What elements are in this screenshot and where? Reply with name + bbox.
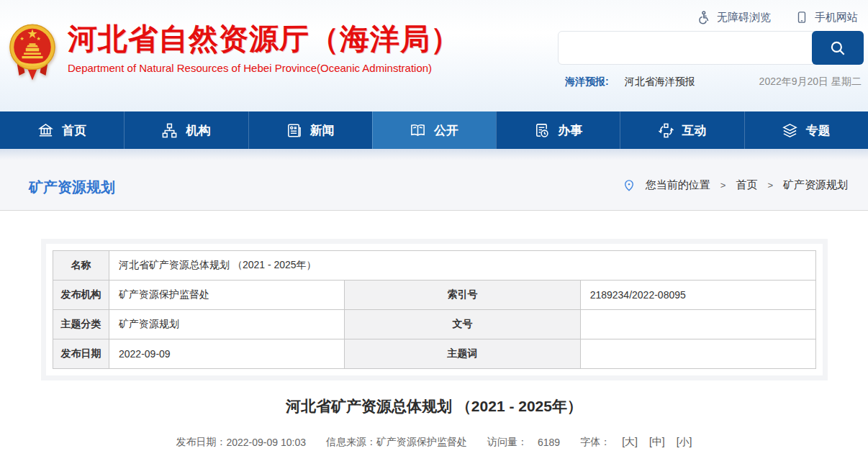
header-shadow-strip [0, 149, 868, 160]
article-meta: 发布日期： 2022-09-09 10:03 信息来源： 矿产资源保护监督处 访… [0, 436, 868, 449]
breadcrumb-current: 矿产资源规划 [783, 178, 848, 192]
nav-label: 专题 [806, 122, 831, 139]
forecast-label: 海洋预报: [565, 76, 609, 88]
docno-value-cell [580, 310, 815, 339]
nav-item-home[interactable]: 首页 [0, 111, 124, 149]
name-value-cell: 河北省矿产资源总体规划 （2021 - 2025年） [109, 251, 816, 281]
meta-pubdate-label: 发布日期： [176, 436, 226, 449]
accessibility-link[interactable]: 无障碍浏览 [696, 10, 771, 24]
name-label-cell: 名称 [53, 251, 109, 281]
page-title: 矿产资源规划 [29, 178, 115, 197]
breadcrumb-separator: > [767, 180, 773, 191]
breadcrumb: 您当前的位置 > 首页 > 矿产资源规划 [623, 160, 848, 210]
brand-text: 河北省自然资源厅（海洋局） Department of Natural Reso… [68, 22, 461, 74]
category-value-cell: 矿产资源规划 [109, 310, 345, 339]
nav-label: 机构 [186, 122, 210, 139]
pubdate-label-cell: 发布日期 [53, 339, 109, 369]
topbar-links: 无障碍浏览 手机网站 [696, 10, 858, 24]
main-nav: 首页 机构 新闻 公开 [0, 111, 868, 149]
newspaper-icon [286, 122, 302, 139]
keywords-value-cell [580, 339, 815, 369]
site-title: 河北省自然资源厅（海洋局） [68, 22, 461, 56]
breadcrumb-separator: > [720, 180, 726, 191]
nav-item-orgs[interactable]: 机构 [124, 111, 248, 149]
accessibility-label: 无障碍浏览 [717, 11, 771, 24]
open-book-icon [410, 122, 426, 139]
font-size-label: 字体： [580, 436, 610, 449]
table-row-publisher-index: 发布机构 矿产资源保护监督处 索引号 2189234/2022-08095 [53, 281, 816, 310]
search-icon [828, 39, 847, 58]
meta-visits-value: 6189 [538, 437, 560, 448]
docno-label-cell: 文号 [345, 310, 580, 339]
layers-icon [782, 122, 798, 139]
site-header: 无障碍浏览 手机网站 [0, 0, 868, 111]
meta-source-label: 信息来源： [326, 436, 376, 449]
font-size-large-button[interactable]: [大] [622, 436, 638, 449]
publisher-value-cell: 矿产资源保护监督处 [109, 281, 345, 310]
table-row-name: 名称 河北省矿产资源总体规划 （2021 - 2025年） [53, 251, 816, 281]
national-emblem-logo [9, 23, 56, 83]
publisher-label-cell: 发布机构 [53, 281, 109, 310]
index-label-cell: 索引号 [345, 281, 580, 310]
meta-visits: 访问量： 6189 [487, 436, 560, 449]
breadcrumb-location-label: 您当前的位置 [646, 178, 710, 192]
category-label-cell: 主题分类 [53, 310, 109, 339]
document-info-card: 名称 河北省矿产资源总体规划 （2021 - 2025年） 发布机构 矿产资源保… [41, 239, 828, 380]
mobile-site-label: 手机网站 [815, 11, 858, 24]
site-subtitle: Department of Natural Resources of Hebei… [68, 62, 461, 74]
accessibility-icon [696, 10, 710, 24]
font-size-controls: 字体： [大] [中] [小] [580, 436, 692, 449]
breadcrumb-home-link[interactable]: 首页 [736, 178, 757, 192]
nav-item-disclosure[interactable]: 公开 [372, 111, 496, 149]
breadcrumb-band: 矿产资源规划 您当前的位置 > 首页 > 矿产资源规划 [0, 160, 868, 211]
document-clock-icon [533, 122, 550, 139]
nav-label: 新闻 [310, 122, 335, 139]
font-size-small-button[interactable]: [小] [677, 436, 692, 449]
meta-source: 信息来源： 矿产资源保护监督处 [326, 436, 467, 449]
document-info-card-inner: 名称 河北省矿产资源总体规划 （2021 - 2025年） 发布机构 矿产资源保… [46, 244, 823, 375]
search-area [558, 31, 864, 65]
table-row-pubdate-keywords: 发布日期 2022-09-09 主题词 [53, 339, 816, 369]
current-date: 2022年9月20日 星期二 [759, 76, 862, 88]
meta-source-value: 矿产资源保护监督处 [376, 436, 467, 449]
meta-visits-label: 访问量： [487, 436, 528, 449]
location-pin-icon [623, 178, 636, 193]
meta-pubdate: 发布日期： 2022-09-09 10:03 [176, 436, 306, 449]
forecast-link[interactable]: 河北省海洋预报 [625, 76, 695, 88]
nav-item-news[interactable]: 新闻 [248, 111, 372, 149]
mobile-site-link[interactable]: 手机网站 [795, 10, 858, 24]
keywords-label-cell: 主题词 [345, 339, 580, 369]
nav-label: 办事 [558, 122, 582, 139]
main-content: 名称 河北省矿产资源总体规划 （2021 - 2025年） 发布机构 矿产资源保… [0, 239, 868, 456]
search-button[interactable] [812, 31, 864, 65]
article-title: 河北省矿产资源总体规划 （2021 - 2025年） [0, 396, 868, 416]
nav-label: 公开 [434, 122, 458, 139]
index-value-cell: 2189234/2022-08095 [580, 281, 815, 310]
sync-arrows-icon [658, 122, 674, 139]
document-info-table: 名称 河北省矿产资源总体规划 （2021 - 2025年） 发布机构 矿产资源保… [53, 250, 816, 369]
forecast-row: 海洋预报: 河北省海洋预报 2022年9月20日 星期二 [565, 76, 862, 88]
mobile-phone-icon [795, 10, 808, 24]
nav-item-services[interactable]: 办事 [496, 111, 620, 149]
pubdate-value-cell: 2022-09-09 [109, 339, 345, 369]
nav-item-topics[interactable]: 专题 [744, 111, 868, 149]
nav-label: 互动 [682, 122, 707, 139]
org-chart-icon [161, 122, 178, 139]
font-size-medium-button[interactable]: [中] [649, 436, 665, 449]
site-brand: 河北省自然资源厅（海洋局） Department of Natural Reso… [9, 22, 461, 83]
home-building-icon [37, 122, 54, 139]
nav-label: 首页 [62, 122, 86, 139]
table-row-category-docno: 主题分类 矿产资源规划 文号 [53, 310, 816, 339]
meta-pubdate-value: 2022-09-09 10:03 [226, 437, 306, 448]
nav-item-interaction[interactable]: 互动 [620, 111, 743, 149]
page: 无障碍浏览 手机网站 [0, 0, 868, 456]
